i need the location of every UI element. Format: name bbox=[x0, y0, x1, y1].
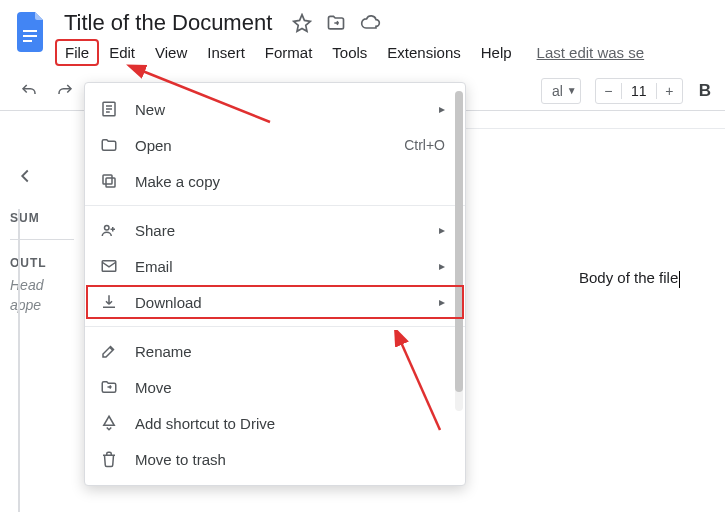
submenu-arrow-icon: ▸ bbox=[439, 223, 445, 237]
file-menu-new[interactable]: New ▸ bbox=[85, 91, 465, 127]
submenu-arrow-icon: ▸ bbox=[439, 102, 445, 116]
svg-point-6 bbox=[105, 226, 110, 231]
font-family-select[interactable]: al ▼ bbox=[541, 78, 581, 104]
font-size-increase[interactable]: + bbox=[656, 83, 682, 99]
file-menu-new-label: New bbox=[135, 101, 423, 118]
menu-edit[interactable]: Edit bbox=[100, 40, 144, 65]
download-icon bbox=[99, 293, 119, 311]
email-icon bbox=[99, 257, 119, 275]
chevron-down-icon: ▼ bbox=[567, 85, 577, 96]
menu-tools[interactable]: Tools bbox=[323, 40, 376, 65]
menu-help[interactable]: Help bbox=[472, 40, 521, 65]
submenu-arrow-icon: ▸ bbox=[439, 259, 445, 273]
font-size-control: − 11 + bbox=[595, 78, 683, 104]
rename-icon bbox=[99, 342, 119, 360]
menu-insert[interactable]: Insert bbox=[198, 40, 254, 65]
font-family-tail: al bbox=[552, 83, 563, 99]
cloud-status-icon[interactable] bbox=[360, 13, 382, 33]
menu-file[interactable]: File bbox=[56, 40, 98, 65]
file-menu-rename[interactable]: Rename bbox=[85, 333, 465, 369]
drive-shortcut-icon bbox=[99, 414, 119, 432]
last-edit-link[interactable]: Last edit was se bbox=[537, 44, 645, 61]
file-menu-make-copy[interactable]: Make a copy bbox=[85, 163, 465, 199]
trash-icon bbox=[99, 450, 119, 468]
submenu-arrow-icon: ▸ bbox=[439, 295, 445, 309]
bold-button[interactable]: B bbox=[699, 81, 711, 101]
font-size-value[interactable]: 11 bbox=[622, 83, 656, 99]
file-menu-move-label: Move bbox=[135, 379, 445, 396]
file-menu-move[interactable]: Move bbox=[85, 369, 465, 405]
file-menu-email-label: Email bbox=[135, 258, 423, 275]
folder-icon bbox=[99, 136, 119, 154]
move-icon bbox=[99, 378, 119, 396]
sidebar-divider bbox=[18, 209, 20, 512]
document-title[interactable]: Title of the Document bbox=[58, 8, 278, 38]
svg-rect-5 bbox=[103, 175, 112, 184]
menu-view[interactable]: View bbox=[146, 40, 196, 65]
redo-button[interactable] bbox=[50, 76, 80, 106]
move-to-folder-icon[interactable] bbox=[326, 13, 346, 33]
file-menu-dropdown: New ▸ Open Ctrl+O Make a copy Share ▸ Em… bbox=[84, 82, 466, 486]
collapse-sidebar-button[interactable] bbox=[14, 165, 74, 187]
menu-extensions[interactable]: Extensions bbox=[378, 40, 469, 65]
docs-logo[interactable] bbox=[14, 8, 50, 56]
file-menu-share[interactable]: Share ▸ bbox=[85, 212, 465, 248]
document-body-text[interactable]: Body of the file bbox=[579, 269, 680, 286]
file-menu-open-shortcut: Ctrl+O bbox=[404, 137, 445, 153]
menu-format[interactable]: Format bbox=[256, 40, 322, 65]
share-icon bbox=[99, 221, 119, 239]
file-menu-rename-label: Rename bbox=[135, 343, 445, 360]
file-menu-open-label: Open bbox=[135, 137, 388, 154]
file-menu-trash-label: Move to trash bbox=[135, 451, 445, 468]
file-menu-share-label: Share bbox=[135, 222, 423, 239]
copy-icon bbox=[99, 172, 119, 190]
file-menu-move-to-trash[interactable]: Move to trash bbox=[85, 441, 465, 477]
file-menu-add-shortcut[interactable]: Add shortcut to Drive bbox=[85, 405, 465, 441]
undo-button[interactable] bbox=[14, 76, 44, 106]
svg-rect-0 bbox=[23, 30, 37, 32]
svg-rect-4 bbox=[106, 178, 115, 187]
file-menu-download[interactable]: Download ▸ bbox=[85, 284, 465, 320]
star-icon[interactable] bbox=[292, 13, 312, 33]
file-menu-email[interactable]: Email ▸ bbox=[85, 248, 465, 284]
file-menu-open[interactable]: Open Ctrl+O bbox=[85, 127, 465, 163]
new-doc-icon bbox=[99, 100, 119, 118]
file-menu-make-copy-label: Make a copy bbox=[135, 173, 445, 190]
document-page[interactable]: Body of the file bbox=[484, 169, 700, 308]
svg-rect-1 bbox=[23, 35, 37, 37]
file-menu-add-shortcut-label: Add shortcut to Drive bbox=[135, 415, 445, 432]
menubar: File Edit View Insert Format Tools Exten… bbox=[56, 40, 711, 65]
outline-sidebar: SUM OUTL Head appe bbox=[0, 129, 84, 512]
ruler[interactable] bbox=[430, 111, 725, 129]
svg-rect-2 bbox=[23, 40, 32, 42]
file-menu-download-label: Download bbox=[135, 294, 423, 311]
font-size-decrease[interactable]: − bbox=[596, 83, 622, 99]
